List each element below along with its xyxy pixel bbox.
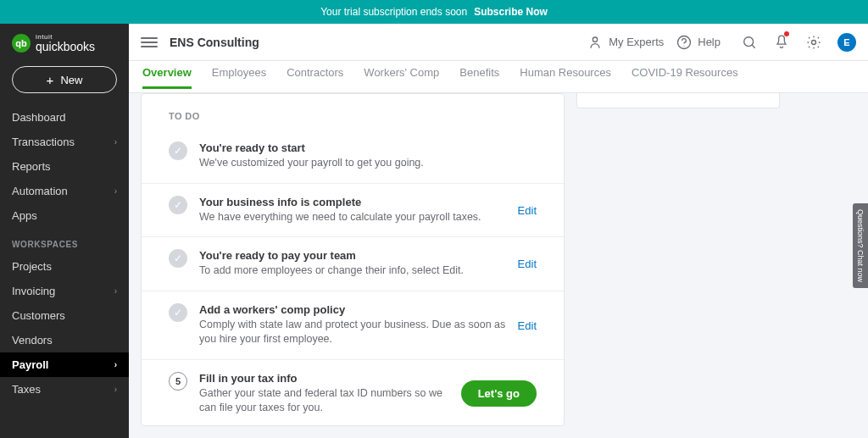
trial-banner-msg: Your trial subscription ends soon <box>320 6 467 18</box>
chevron-right-icon: › <box>114 286 117 296</box>
content: TO DO ✓You're ready to startWe've custom… <box>129 93 868 438</box>
todo-desc: We've customized your payroll to get you… <box>199 156 525 171</box>
tab-workers-comp[interactable]: Workers' Comp <box>364 66 439 89</box>
person-icon <box>587 34 604 51</box>
todo-action: Edit <box>518 202 537 218</box>
tab-overview[interactable]: Overview <box>142 66 192 89</box>
todo-body: Fill in your tax infoGather your state a… <box>199 372 449 416</box>
my-experts-label: My Experts <box>609 36 664 48</box>
todo-title: Add a workers' comp policy <box>199 303 506 316</box>
sidebar-item-taxes[interactable]: Taxes› <box>0 377 129 402</box>
chat-tab[interactable]: Questions? Chat now <box>853 203 868 288</box>
check-icon: ✓ <box>169 196 187 214</box>
todo-desc: We have everything we need to calculate … <box>199 210 506 225</box>
trial-banner: Your trial subscription ends soon Subscr… <box>0 0 868 24</box>
todo-body: Add a workers' comp policyComply with st… <box>199 303 506 347</box>
nav-item-label: Invoicing <box>12 285 55 297</box>
chevron-right-icon: › <box>114 385 117 394</box>
edit-link[interactable]: Edit <box>518 258 537 270</box>
todo-desc: Comply with state law and protect your b… <box>199 318 506 347</box>
subscribe-now-link[interactable]: Subscribe Now <box>474 6 548 18</box>
sidebar-item-payroll[interactable]: Payroll› <box>0 352 129 377</box>
help-label: Help <box>698 36 721 48</box>
svg-point-2 <box>684 45 685 46</box>
edit-link[interactable]: Edit <box>518 204 537 217</box>
sidebar-item-transactions[interactable]: Transactions› <box>0 130 129 154</box>
sidebar-item-invoicing[interactable]: Invoicing› <box>0 279 129 303</box>
search-icon[interactable] <box>741 34 758 51</box>
tab-employees[interactable]: Employees <box>212 66 266 89</box>
sidebar: qb intuit quickbooks + New DashboardTran… <box>0 24 129 438</box>
todo-action: Edit <box>518 318 537 333</box>
tab-contractors[interactable]: Contractors <box>287 66 343 89</box>
sidebar-item-vendors[interactable]: Vendors <box>0 328 129 352</box>
nav-item-label: Taxes <box>12 383 41 396</box>
gear-icon[interactable] <box>805 34 822 51</box>
nav-item-label: Apps <box>12 209 37 222</box>
nav-item-label: Dashboard <box>12 111 66 124</box>
my-experts-button[interactable]: My Experts <box>587 34 664 51</box>
todo-body: Your business info is completeWe have ev… <box>199 196 506 225</box>
brand-quickbooks: quickbooks <box>36 41 95 53</box>
sidebar-item-customers[interactable]: Customers <box>0 303 129 328</box>
todo-row: ✓You're ready to pay your teamTo add mor… <box>142 236 564 291</box>
sidebar-item-projects[interactable]: Projects <box>0 254 129 279</box>
check-icon: ✓ <box>169 249 187 268</box>
chevron-right-icon: › <box>114 137 117 147</box>
nav-workspace: ProjectsInvoicing›CustomersVendorsPayrol… <box>0 254 129 402</box>
todo-title: You're ready to pay your team <box>199 249 506 262</box>
topbar: ENS Consulting My Experts Help E <box>129 24 868 61</box>
todo-row: ✓Your business info is completeWe have e… <box>142 183 564 237</box>
nav-primary: DashboardTransactions›ReportsAutomation›… <box>0 105 129 228</box>
new-button-label: New <box>60 74 82 86</box>
todo-title: Fill in your tax info <box>199 372 449 385</box>
todo-row: ✓Add a workers' comp policyComply with s… <box>142 291 564 359</box>
sidebar-item-dashboard[interactable]: Dashboard <box>0 105 129 130</box>
todo-action: Edit <box>518 256 537 271</box>
lets-go-button[interactable]: Let's go <box>461 380 537 407</box>
todo-card: TO DO ✓You're ready to startWe've custom… <box>141 93 565 426</box>
nav-item-label: Projects <box>12 260 52 273</box>
sidebar-item-automation[interactable]: Automation› <box>0 179 129 203</box>
todo-body: You're ready to pay your teamTo add more… <box>199 249 506 279</box>
svg-point-4 <box>812 40 816 44</box>
svg-point-0 <box>593 37 598 42</box>
tab-benefits[interactable]: Benefits <box>459 66 499 89</box>
nav-item-label: Automation <box>12 185 68 197</box>
new-button[interactable]: + New <box>12 66 117 93</box>
todo-header: TO DO <box>142 111 564 130</box>
step-number: 5 <box>169 372 187 391</box>
check-icon: ✓ <box>169 303 187 322</box>
todo-desc: Gather your state and federal tax ID num… <box>199 386 449 416</box>
todo-list: ✓You're ready to startWe've customized y… <box>142 130 564 425</box>
sidebar-item-reports[interactable]: Reports <box>0 154 129 179</box>
avatar[interactable]: E <box>837 33 856 52</box>
todo-row: ✓You're ready to startWe've customized y… <box>142 130 564 183</box>
todo-title: Your business info is complete <box>199 196 506 208</box>
nav-item-label: Vendors <box>12 334 53 347</box>
brand-intuit: intuit <box>36 34 95 41</box>
todo-action: Let's go <box>461 380 537 407</box>
todo-desc: To add more employees or change their in… <box>199 263 506 279</box>
qb-logo-icon: qb <box>12 34 31 53</box>
brand[interactable]: qb intuit quickbooks <box>0 24 129 61</box>
todo-body: You're ready to startWe've customized yo… <box>199 141 525 171</box>
help-button[interactable]: Help <box>676 34 721 51</box>
nav-section-header: WORKSPACES <box>0 228 129 254</box>
nav-item-label: Payroll <box>12 358 48 371</box>
notifications-button[interactable] <box>773 32 790 53</box>
notifications-dot <box>784 31 789 36</box>
check-icon: ✓ <box>169 141 187 160</box>
tab-human-resources[interactable]: Human Resources <box>520 66 611 89</box>
sidebar-item-apps[interactable]: Apps <box>0 203 129 228</box>
nav-item-label: Reports <box>12 160 51 173</box>
todo-title: You're ready to start <box>199 141 525 154</box>
hamburger-icon[interactable] <box>141 35 158 50</box>
tabbar: OverviewEmployeesContractorsWorkers' Com… <box>129 61 868 93</box>
tab-covid-19-resources[interactable]: COVID-19 Resources <box>632 66 738 89</box>
edit-link[interactable]: Edit <box>518 319 537 332</box>
help-icon <box>676 34 693 51</box>
main: ENS Consulting My Experts Help E Overvie… <box>129 24 868 438</box>
todo-row: 5Fill in your tax infoGather your state … <box>142 359 564 426</box>
side-card <box>576 93 780 108</box>
